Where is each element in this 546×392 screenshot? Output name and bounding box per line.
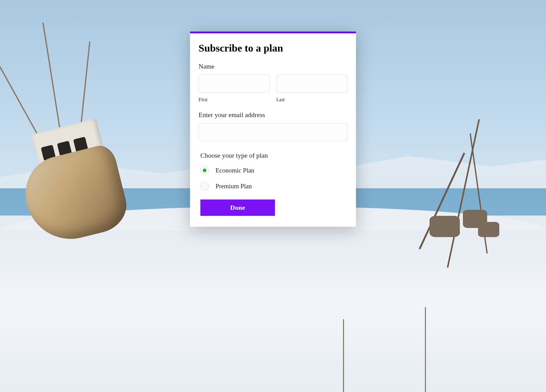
radio-indicator-economic <box>201 166 209 175</box>
radio-option-economic[interactable]: Economic Plan <box>201 166 348 175</box>
form-title: Subscribe to a plan <box>199 42 348 54</box>
twig-illustration <box>425 307 426 392</box>
plan-type-label: Choose your type of plan <box>201 152 348 159</box>
name-label: Name <box>199 62 348 70</box>
last-name-input[interactable] <box>276 75 348 93</box>
email-label: Enter your email address <box>199 111 348 119</box>
last-name-sublabel: Last <box>276 97 348 102</box>
radio-label-premium: Premium Plan <box>216 183 252 190</box>
done-button[interactable]: Done <box>201 199 275 216</box>
radio-label-economic: Economic Plan <box>216 167 254 174</box>
twig-illustration <box>343 319 344 392</box>
email-input[interactable] <box>199 123 348 141</box>
radio-option-premium[interactable]: Premium Plan <box>201 182 348 190</box>
rocks-illustration <box>396 204 502 258</box>
first-name-input[interactable] <box>199 75 270 93</box>
radio-indicator-premium <box>201 182 209 190</box>
first-name-sublabel: First <box>199 97 270 102</box>
subscribe-form-card: Subscribe to a plan Name First Last Ente… <box>190 32 356 227</box>
